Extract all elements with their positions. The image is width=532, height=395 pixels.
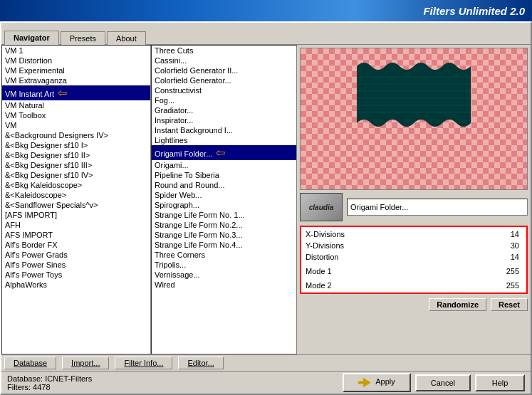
filter-item-selected[interactable]: Origami Folder... ⇦ (152, 145, 296, 160)
filter-item[interactable]: Pipeline To Siberia (152, 170, 296, 180)
mode2-label: Mode 2 (306, 281, 391, 290)
database-status-label: Database: (7, 374, 43, 383)
reset-button[interactable]: Reset (491, 298, 528, 311)
logo-box: claudia (300, 193, 343, 221)
action-buttons: Apply Cancel Help (343, 373, 525, 391)
filter-item[interactable]: Spirograph... (152, 200, 296, 210)
status-info: Database: ICNET-Filters Filters: 4478 (7, 374, 92, 391)
param-row-mode1: Mode 1 255 (303, 265, 525, 277)
status-bar: Database: ICNET-Filters Filters: 4478 Ap… (1, 371, 531, 394)
tab-bar: Navigator Presets About (1, 23, 531, 44)
filters-status-label: Filters: (7, 383, 31, 391)
right-panel: claudia Origami Folder... X-Divisions 14… (297, 45, 531, 354)
nav-item[interactable]: &<Background Designers IV> (2, 130, 150, 140)
left-panel: VM 1 VM Distortion VM Experimental VM Ex… (1, 45, 151, 354)
nav-item-selected[interactable]: VM Instant Art ⇦ (2, 85, 150, 100)
filter-item[interactable]: Cassini... (152, 56, 296, 65)
nav-item[interactable]: &<Bkg Designer sf10 IV> (2, 170, 150, 180)
main-window: Navigator Presets About VM 1 VM Distorti… (0, 21, 532, 395)
content-area: VM 1 VM Distortion VM Experimental VM Ex… (1, 44, 531, 354)
ydiv-value: 30 (391, 241, 522, 250)
nav-item[interactable]: VM (2, 120, 150, 130)
app-title: Filters Unlimited 2.0 (423, 5, 525, 17)
title-bar: Filters Unlimited 2.0 (0, 0, 532, 21)
xdiv-value: 14 (391, 230, 522, 238)
filters-status-value: 4478 (33, 383, 50, 391)
nav-item[interactable]: VM Extravaganza (2, 75, 150, 85)
filter-item[interactable]: Inspirator... (152, 115, 296, 125)
tab-presets[interactable]: Presets (61, 31, 105, 45)
filter-item[interactable]: Lightlines (152, 135, 296, 145)
filter-item[interactable]: Colorfield Generator... (152, 75, 296, 85)
editor-button[interactable]: Editor... (178, 357, 223, 369)
filter-item[interactable]: Origami... (152, 160, 296, 170)
nav-item[interactable]: Alf's Power Sines (2, 260, 150, 270)
database-button[interactable]: Database (4, 357, 56, 369)
filter-item[interactable]: Vernissage... (152, 270, 296, 280)
nav-item[interactable]: VM Toolbox (2, 110, 150, 120)
filter-item[interactable]: Strange Life Form No.3... (152, 230, 296, 240)
filter-item[interactable]: Three Corners (152, 250, 296, 260)
arrow-icon: ⇦ (58, 86, 67, 100)
nav-item[interactable]: [AFS IMPORT] (2, 210, 150, 220)
nav-item[interactable]: &<Kaleidoscope> (2, 190, 150, 200)
cancel-button[interactable]: Cancel (415, 374, 471, 391)
import-button[interactable]: Import... (62, 357, 109, 369)
nav-item[interactable]: &<Bkg Designer sf10 II> (2, 150, 150, 160)
filter-item[interactable]: Strange Life Form No.2... (152, 220, 296, 230)
nav-item[interactable]: VM Distortion (2, 56, 150, 65)
nav-item[interactable]: VM Experimental (2, 65, 150, 75)
rand-reset-row: Randomize Reset (300, 297, 528, 312)
tab-navigator[interactable]: Navigator (4, 31, 59, 45)
nav-item[interactable]: AFH (2, 220, 150, 230)
filter-item[interactable]: Round and Round... (152, 180, 296, 190)
arrow-icon: ⇦ (216, 146, 225, 159)
database-status-value: ICNET-Filters (45, 374, 92, 383)
current-filter-name: Origami Folder... (350, 203, 408, 211)
param-row-mode2: Mode 2 255 (303, 280, 525, 291)
filter-item[interactable]: Wired (152, 280, 296, 290)
xdiv-label: X-Divisions (306, 230, 391, 238)
filter-item[interactable]: Tripolis... (152, 260, 296, 270)
nav-item[interactable]: Alf's Border FX (2, 240, 150, 250)
preview-area (300, 48, 528, 190)
distortion-label: Distortion (306, 253, 391, 261)
filter-item[interactable]: Colorfield Generator II... (152, 65, 296, 75)
filter-item[interactable]: Fog... (152, 95, 296, 105)
nav-list[interactable]: VM 1 VM Distortion VM Experimental VM Ex… (2, 46, 150, 354)
params-area: X-Divisions 14 Y-Divisions 30 Distortion… (300, 226, 528, 294)
filter-item[interactable]: Strange Life Form No.4... (152, 240, 296, 250)
nav-item[interactable]: &<Sandflower Specials^v> (2, 200, 150, 210)
ydiv-label: Y-Divisions (306, 241, 391, 250)
filters-status: Filters: 4478 (7, 383, 92, 391)
param-row-ydiv: Y-Divisions 30 (303, 240, 525, 251)
logo-area: claudia Origami Folder... (300, 193, 528, 221)
filter-item[interactable]: Spider Web... (152, 190, 296, 200)
mode1-label: Mode 1 (306, 267, 391, 275)
filter-item[interactable]: Gradiator... (152, 105, 296, 115)
nav-item[interactable]: Alf's Power Toys (2, 270, 150, 280)
middle-panel: Three Cuts Cassini... Colorfield Generat… (151, 45, 297, 354)
nav-item[interactable]: VM Natural (2, 100, 150, 110)
filter-item[interactable]: Three Cuts (152, 46, 296, 56)
randomize-button[interactable]: Randomize (429, 298, 486, 311)
nav-item[interactable]: AlphaWorks (2, 280, 150, 290)
help-button[interactable]: Help (475, 374, 525, 391)
nav-item[interactable]: AFS IMPORT (2, 230, 150, 240)
mode1-value: 255 (391, 267, 522, 275)
nav-item[interactable]: &<Bkg Designer sf10 I> (2, 140, 150, 150)
filter-item[interactable]: Constructivist (152, 85, 296, 95)
nav-item[interactable]: Alf's Power Grads (2, 250, 150, 260)
tab-about[interactable]: About (107, 31, 146, 45)
nav-item[interactable]: &<Bkg Designer sf10 III> (2, 160, 150, 170)
filter-name-display: Origami Folder... (347, 199, 528, 216)
filter-item[interactable]: Strange Life Form No. 1... (152, 210, 296, 220)
filter-item[interactable]: Instant Background I... (152, 125, 296, 135)
nav-item[interactable]: &<Bkg Kaleidoscope> (2, 180, 150, 190)
bottom-toolbar: Database Import... Filter Info... Editor… (1, 354, 531, 371)
mode2-value: 255 (391, 281, 522, 290)
apply-button[interactable]: Apply (343, 373, 411, 391)
filter-list[interactable]: Three Cuts Cassini... Colorfield Generat… (152, 46, 296, 354)
nav-item[interactable]: VM 1 (2, 46, 150, 56)
filter-info-button[interactable]: Filter Info... (115, 357, 172, 369)
